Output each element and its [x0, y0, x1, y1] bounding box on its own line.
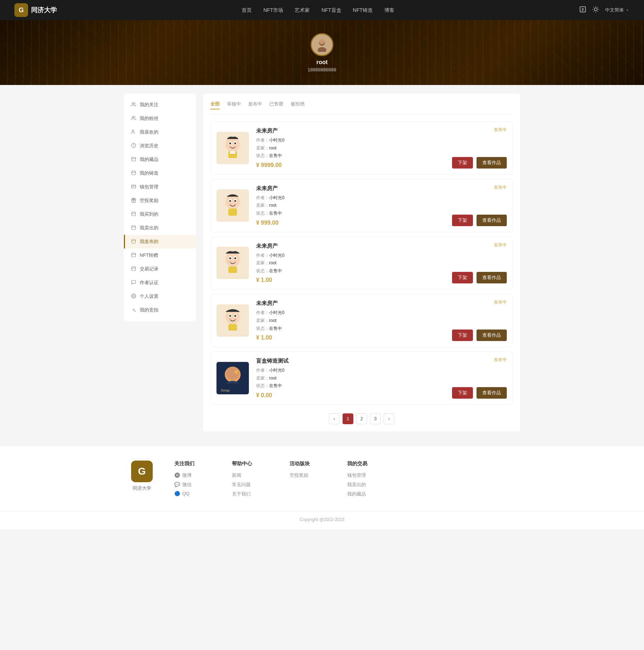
svg-line-4	[594, 7, 594, 7]
sidebar-label: 我喜欢的	[140, 129, 158, 135]
sidebar-item-my-sold[interactable]: 我卖出的	[124, 221, 196, 235]
nft-actions: 下架 查看作品	[452, 387, 507, 399]
user-icon[interactable]	[579, 6, 586, 15]
navbar: G 同济大学 首页 NFT市场 艺术家 NFT盲盒 NFT铸造 博客 中文简体	[0, 0, 644, 20]
footer-link-wallet[interactable]: 钱包管理	[347, 472, 383, 479]
nft-actions: 下架 查看作品	[452, 330, 507, 341]
nav-home[interactable]: 首页	[242, 7, 252, 13]
svg-point-53	[234, 204, 236, 205]
footer-link-weibo[interactable]: 🔘 微博	[174, 472, 210, 479]
nft-actions: 下架 查看作品	[452, 157, 507, 169]
qq-icon: 🔵	[174, 491, 180, 496]
nav-nft-mint[interactable]: NFT铸造	[353, 7, 373, 13]
takedown-button[interactable]: 下架	[452, 387, 473, 399]
pagination-prev[interactable]: ‹	[329, 413, 340, 424]
nav-artist[interactable]: 艺术家	[295, 7, 310, 13]
footer-link-airdrop[interactable]: 空投奖励	[290, 472, 326, 479]
sidebar-item-personal-settings[interactable]: 个人设置	[124, 290, 196, 303]
sidebar-label: 我卖出的	[140, 225, 158, 231]
pagination-page-2[interactable]: 2	[356, 413, 367, 424]
footer-link-faq[interactable]: 常见问题	[232, 481, 268, 488]
filter-tab-all[interactable]: 全部	[210, 101, 220, 109]
sidebar-item-my-mint[interactable]: 我的铸造	[124, 166, 196, 180]
nft-actions: 下架 查看作品	[452, 215, 507, 226]
sidebar-item-my-bought[interactable]: 我买到的	[124, 207, 196, 221]
filter-tab-review[interactable]: 审核中	[227, 101, 241, 109]
takedown-button[interactable]: 下架	[452, 157, 473, 169]
pagination-next[interactable]: ›	[384, 413, 394, 424]
logo-icon: G	[14, 3, 28, 17]
nft-seller: root	[269, 376, 277, 381]
view-work-button[interactable]: 查看作品	[477, 272, 507, 283]
svg-point-33	[133, 295, 134, 297]
nav-blog[interactable]: 博客	[384, 7, 394, 13]
hero-avatar	[310, 33, 334, 56]
footer-copyright: Copyright @2022-2023	[0, 511, 644, 522]
view-work-button[interactable]: 查看作品	[477, 157, 507, 169]
footer-link-about[interactable]: 关于我们	[232, 491, 268, 497]
sidebar-item-author-verify[interactable]: 作者认证	[124, 276, 196, 290]
filter-tab-rejected[interactable]: 被拒绝	[291, 101, 305, 109]
nft-seller: root	[269, 203, 277, 208]
sidebar-item-nft-transfer[interactable]: NFT转赠	[124, 248, 196, 262]
nft-meta: 作者：小时光0 卖家：root 状态：在售中	[256, 367, 507, 390]
pagination-page-1[interactable]: 1	[343, 413, 353, 424]
nft-status: 在售中	[269, 268, 282, 273]
sidebar-item-wallet-manage[interactable]: 钱包管理	[124, 180, 196, 194]
footer-link-wechat[interactable]: 💬 微信	[174, 481, 210, 488]
svg-rect-63	[228, 266, 237, 273]
footer-logo-icon: G	[131, 461, 153, 482]
filter-tab-publishing[interactable]: 发布中	[248, 101, 262, 109]
nft-item: 未来房产 作者：小时光0 卖家：root 状态：在售中 ¥ 9999.00 发布…	[210, 121, 513, 175]
verify-icon	[131, 280, 136, 286]
nft-status: 在售中	[269, 326, 282, 331]
nft-meta: 作者：小时光0 卖家：root 状态：在售中	[256, 252, 507, 275]
sidebar-item-my-published[interactable]: 我发布的	[124, 235, 196, 248]
sidebar-item-trade-record[interactable]: 交易记录	[124, 262, 196, 276]
likes-icon	[131, 129, 136, 135]
pagination-page-3[interactable]: 3	[370, 413, 381, 424]
view-work-button[interactable]: 查看作品	[477, 330, 507, 341]
nft-title: 未来房产	[256, 243, 507, 250]
footer-section-follow: 关注我们 🔘 微博 💬 微信 🔵 QQ	[174, 461, 210, 500]
takedown-button[interactable]: 下架	[452, 215, 473, 226]
svg-point-61	[229, 261, 231, 263]
navbar-logo[interactable]: G 同济大学	[14, 3, 57, 17]
bought-icon	[131, 211, 136, 218]
svg-rect-71	[228, 324, 237, 331]
svg-point-11	[318, 47, 326, 52]
footer-section-help: 帮助中心 新闻 常见问题 关于我们	[232, 461, 268, 500]
nft-status: 在售中	[269, 153, 282, 158]
lang-selector[interactable]: 中文简体	[605, 7, 630, 13]
takedown-button[interactable]: 下架	[452, 272, 473, 283]
theme-icon[interactable]	[592, 6, 599, 15]
nft-thumbnail	[216, 132, 249, 164]
nav-nft-box[interactable]: NFT盲盒	[321, 7, 341, 13]
footer-link-qq[interactable]: 🔵 QQ	[174, 491, 210, 496]
nav-nft-market[interactable]: NFT市场	[263, 7, 283, 13]
view-work-button[interactable]: 查看作品	[477, 215, 507, 226]
takedown-button[interactable]: 下架	[452, 330, 473, 341]
nft-thumbnail	[216, 247, 249, 279]
sidebar-item-my-fans[interactable]: 我的粉丝	[124, 112, 196, 125]
svg-rect-27	[132, 239, 136, 243]
sidebar-item-my-collection[interactable]: 我的藏品	[124, 153, 196, 166]
sidebar-label: 我的藏品	[140, 156, 158, 163]
footer-link-my-collection[interactable]: 我的藏品	[347, 491, 383, 497]
sidebar-item-airdrop-reward[interactable]: 空投奖励	[124, 194, 196, 207]
view-work-button[interactable]: 查看作品	[477, 387, 507, 399]
wechat-icon: 💬	[174, 482, 180, 487]
svg-point-42	[229, 146, 231, 148]
svg-rect-17	[132, 157, 136, 161]
sidebar-item-my-likes[interactable]: 我喜欢的	[124, 125, 196, 139]
sidebar-item-browse-history[interactable]: 浏览历史	[124, 139, 196, 153]
nft-author: 小时光0	[269, 195, 285, 200]
footer-link-news[interactable]: 新闻	[232, 472, 268, 479]
svg-rect-23	[132, 212, 136, 216]
svg-point-62	[234, 261, 236, 263]
sidebar-item-my-auction[interactable]: 我的竞拍	[124, 303, 196, 317]
nft-meta: 作者：小时光0 卖家：root 状态：在售中	[256, 136, 507, 160]
sidebar-item-my-following[interactable]: 我的关注	[124, 98, 196, 112]
footer-link-my-sold[interactable]: 我卖出的	[347, 481, 383, 488]
filter-tab-sold[interactable]: 已售罄	[269, 101, 283, 109]
